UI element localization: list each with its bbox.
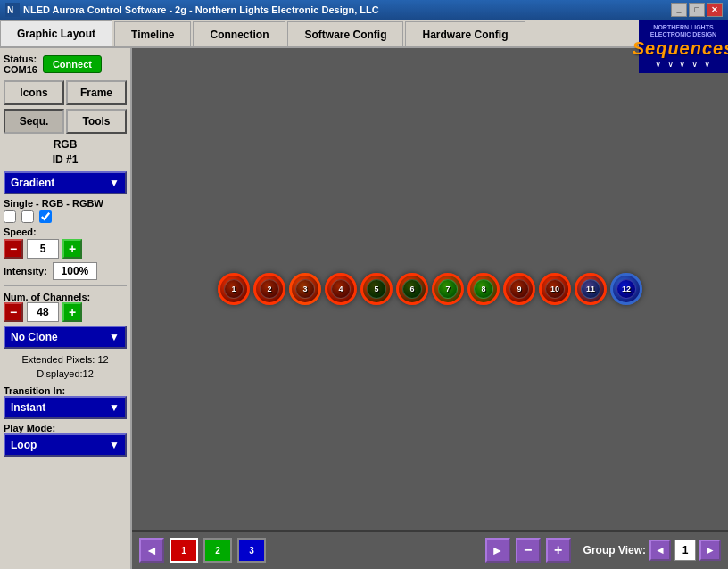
tab-connection[interactable]: Connection — [193, 21, 285, 46]
logo-top-text: Northern Lights Electronic Design — [650, 24, 716, 39]
status-row: Status: COM16 Connect — [4, 52, 127, 77]
led-node[interactable]: 10 — [539, 273, 571, 305]
led-display: 123456789101112 — [132, 48, 728, 530]
channels-minus-button[interactable]: − — [4, 302, 23, 322]
tab-timeline[interactable]: Timeline — [114, 21, 191, 46]
playmode-section: Play Mode: Loop ▼ — [4, 423, 127, 457]
led-node[interactable]: 6 — [396, 273, 428, 305]
close-button[interactable]: ✕ — [707, 3, 723, 17]
single-row: Single - RGB - RGBW — [4, 198, 127, 223]
maximize-button[interactable]: □ — [689, 3, 705, 17]
thumb-3[interactable]: 3 — [237, 538, 266, 563]
status-value: COM16 — [4, 64, 37, 75]
zoom-plus-button[interactable]: + — [546, 538, 571, 563]
led-node-label: 9 — [517, 284, 521, 293]
group-prev-button[interactable]: ◄ — [649, 540, 671, 561]
sidebar-tab-row1: Icons Frame — [4, 80, 127, 105]
minimize-button[interactable]: _ — [671, 3, 687, 17]
icons-tab[interactable]: Icons — [4, 80, 64, 105]
single-checkbox[interactable] — [4, 210, 16, 223]
tab-hardware-config[interactable]: Hardware Config — [405, 21, 525, 46]
zoom-minus-button[interactable]: − — [516, 538, 541, 563]
led-strip: 123456789101112 — [218, 273, 642, 305]
channels-label: Num. of Channels: — [4, 292, 127, 302]
connect-button[interactable]: Connect — [43, 55, 102, 73]
tabs-bar: Graphic Layout Timeline Connection Softw… — [0, 20, 728, 48]
led-node[interactable]: 3 — [289, 273, 321, 305]
checkbox-row — [4, 210, 127, 223]
logo-chevrons: ∨ ∨ ∨ ∨ ∨ — [655, 59, 712, 69]
led-node[interactable]: 7 — [432, 273, 464, 305]
rgb-checkbox[interactable] — [21, 210, 34, 223]
single-checkbox-item — [4, 210, 16, 223]
tools-tab[interactable]: Tools — [66, 109, 127, 134]
logo-brand: Sequences — [633, 38, 728, 59]
single-label: Single - RGB - RGBW — [4, 198, 127, 209]
led-node-label: 7 — [445, 284, 450, 293]
frame-tab[interactable]: Frame — [66, 80, 127, 105]
led-node[interactable]: 11 — [575, 273, 607, 305]
led-node[interactable]: 8 — [467, 273, 500, 305]
led-node-label: 11 — [586, 284, 595, 293]
led-node-label: 10 — [550, 284, 559, 293]
rgb-id-label: RGB ID #1 — [4, 137, 127, 168]
prev-button[interactable]: ◄ — [139, 538, 164, 563]
tab-software-config[interactable]: Software Config — [287, 21, 403, 46]
intensity-value[interactable]: 100% — [53, 262, 97, 280]
speed-plus-button[interactable]: + — [62, 239, 82, 259]
group-value: 1 — [674, 540, 696, 561]
transition-section: Transition In: Instant ▼ — [4, 385, 127, 419]
led-node-label: 3 — [302, 284, 307, 293]
app-icon: N — [5, 3, 20, 17]
tab-graphic-layout[interactable]: Graphic Layout — [0, 20, 112, 46]
speed-row: Speed: − 5 + — [4, 227, 127, 259]
led-node-label: 12 — [622, 284, 631, 293]
group-view-label: Group View: — [583, 544, 646, 557]
next-button[interactable]: ► — [485, 538, 510, 563]
gradient-dropdown[interactable]: Gradient ▼ — [4, 171, 127, 194]
clone-dropdown[interactable]: No Clone ▼ — [4, 326, 127, 349]
led-node-label: 6 — [410, 284, 414, 293]
channels-stepper: − 48 + — [4, 302, 127, 322]
playmode-label: Play Mode: — [4, 423, 127, 433]
led-node[interactable]: 12 — [610, 273, 642, 305]
svg-text:N: N — [7, 5, 13, 15]
group-next-button[interactable]: ► — [699, 540, 721, 561]
thumb-2[interactable]: 2 — [203, 538, 232, 563]
led-node[interactable]: 4 — [325, 273, 357, 305]
thumb-1[interactable]: 1 — [170, 538, 198, 563]
rgb-checkbox-item — [21, 210, 34, 223]
led-node-label: 4 — [338, 284, 343, 293]
canvas-area: 123456789101112 ◄ 1 2 3 ► − + Gro — [132, 48, 728, 569]
channels-section: Num. of Channels: − 48 + — [4, 292, 127, 322]
intensity-label: Intensity: — [4, 266, 47, 276]
status-label: Status: — [4, 54, 37, 64]
divider1 — [4, 285, 127, 286]
playmode-dropdown[interactable]: Loop ▼ — [4, 433, 127, 457]
bottom-toolbar: ◄ 1 2 3 ► − + Group View: ◄ 1 ► — [132, 530, 728, 569]
transition-dropdown[interactable]: Instant ▼ — [4, 396, 127, 419]
channels-value[interactable]: 48 — [27, 302, 59, 322]
speed-label: Speed: — [4, 227, 127, 237]
led-node[interactable]: 2 — [253, 273, 285, 305]
led-node[interactable]: 9 — [503, 273, 535, 305]
led-node[interactable]: 1 — [218, 273, 250, 305]
channels-plus-button[interactable]: + — [62, 302, 82, 322]
rgbw-checkbox-item — [39, 210, 52, 223]
led-node-label: 8 — [481, 284, 485, 293]
sidebar-tab-row2: Sequ. Tools — [4, 109, 127, 134]
sequ-tab[interactable]: Sequ. — [4, 109, 64, 134]
logo-area: Northern Lights Electronic Design Sequen… — [639, 20, 728, 73]
transition-label: Transition In: — [4, 385, 127, 396]
speed-minus-button[interactable]: − — [4, 239, 23, 259]
led-node-label: 1 — [231, 284, 236, 293]
led-node[interactable]: 5 — [360, 273, 393, 305]
extended-info: Extended Pixels: 12 Displayed:12 — [4, 352, 127, 382]
group-view-area: Group View: ◄ 1 ► — [583, 540, 721, 561]
title-bar: N NLED Aurora Control Software - 2g - No… — [0, 0, 728, 20]
rgbw-checkbox[interactable] — [39, 210, 52, 223]
led-node-label: 5 — [374, 284, 378, 293]
speed-value[interactable]: 5 — [27, 239, 59, 259]
main-window: Northern Lights Electronic Design Sequen… — [0, 20, 728, 569]
intensity-row: Intensity: 100% — [4, 262, 127, 280]
